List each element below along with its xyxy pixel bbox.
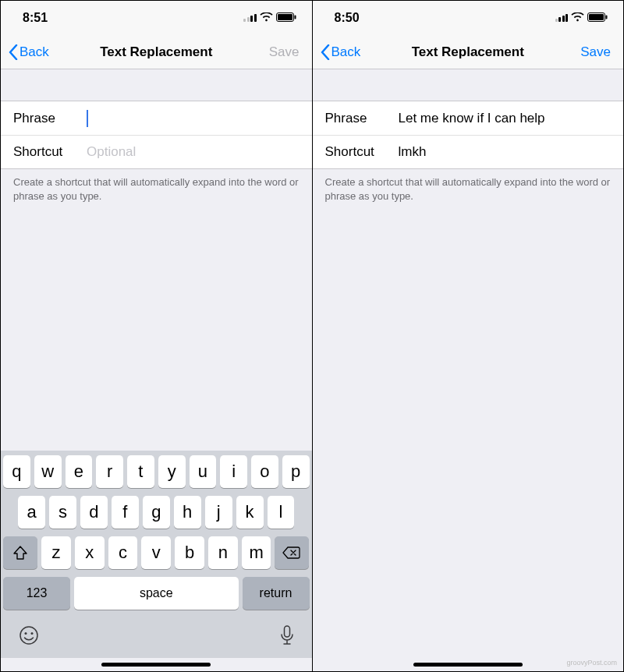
text-cursor: [87, 110, 88, 127]
key-k[interactable]: k: [236, 496, 264, 529]
home-indicator[interactable]: [101, 663, 211, 667]
phone-left: 8:51 Back Text Replacement Save: [1, 1, 313, 671]
key-y[interactable]: y: [158, 455, 186, 488]
key-x[interactable]: x: [75, 536, 105, 569]
phrase-label: Phrase: [13, 111, 87, 126]
svg-rect-2: [294, 16, 296, 19]
shortcut-input[interactable]: [399, 144, 612, 160]
chevron-left-icon: [321, 44, 330, 60]
key-t[interactable]: t: [127, 455, 154, 488]
keyboard-bottom: [3, 617, 310, 655]
nav-bar: Back Text Replacement Save: [313, 35, 624, 69]
phone-right: 8:50 Back Text Replacement Save: [313, 1, 624, 671]
mic-icon[interactable]: [280, 625, 294, 650]
key-f[interactable]: f: [112, 496, 139, 529]
section-spacer: [1, 69, 312, 101]
chevron-left-icon: [9, 44, 18, 60]
battery-icon: [587, 11, 608, 25]
key-u[interactable]: u: [190, 455, 217, 488]
key-r[interactable]: r: [96, 455, 123, 488]
key-l[interactable]: l: [268, 496, 295, 529]
key-p[interactable]: p: [282, 455, 310, 488]
battery-icon: [276, 11, 296, 25]
svg-rect-9: [606, 16, 608, 19]
keyboard-row-1: q w e r t y u i o p: [3, 455, 310, 488]
svg-point-4: [25, 632, 27, 635]
phrase-input[interactable]: [90, 111, 300, 126]
shortcut-label: Shortcut: [13, 144, 87, 160]
status-right: [555, 11, 608, 25]
status-bar: 8:51: [1, 1, 312, 35]
key-s[interactable]: s: [49, 496, 76, 529]
key-h[interactable]: h: [174, 496, 201, 529]
key-o[interactable]: o: [251, 455, 278, 488]
svg-rect-6: [284, 626, 289, 637]
svg-point-5: [31, 632, 34, 635]
key-e[interactable]: e: [66, 455, 93, 488]
svg-point-3: [20, 627, 37, 644]
phrase-label: Phrase: [325, 111, 399, 126]
shortcut-row[interactable]: Shortcut: [313, 135, 624, 169]
key-j[interactable]: j: [205, 496, 232, 529]
content-fill: [1, 203, 312, 451]
hint-text: Create a shortcut that will automaticall…: [1, 169, 312, 203]
home-indicator[interactable]: [413, 663, 523, 667]
key-i[interactable]: i: [220, 455, 247, 488]
back-button[interactable]: Back: [9, 44, 49, 60]
key-backspace[interactable]: [275, 536, 309, 569]
keyboard-row-3: z x c v b n m: [3, 536, 310, 569]
key-n[interactable]: n: [208, 536, 238, 569]
section-spacer: [313, 69, 624, 101]
svg-rect-8: [589, 14, 604, 20]
signal-icon: [243, 14, 257, 22]
nav-bar: Back Text Replacement Save: [1, 35, 312, 69]
key-shift[interactable]: [3, 536, 37, 569]
shortcut-row[interactable]: Shortcut: [1, 135, 312, 169]
status-right: [243, 11, 296, 25]
key-a[interactable]: a: [18, 496, 45, 529]
key-space[interactable]: space: [74, 577, 239, 610]
key-c[interactable]: c: [108, 536, 138, 569]
shift-icon: [12, 546, 28, 560]
status-bar: 8:50: [313, 1, 624, 35]
save-button[interactable]: Save: [269, 44, 304, 60]
wifi-icon: [571, 11, 584, 25]
emoji-icon[interactable]: [19, 625, 39, 650]
key-g[interactable]: g: [143, 496, 170, 529]
phrase-input-wrap[interactable]: [87, 110, 300, 127]
phrase-row[interactable]: Phrase: [1, 101, 312, 135]
key-m[interactable]: m: [242, 536, 271, 569]
wifi-icon: [260, 11, 273, 25]
back-label: Back: [332, 44, 361, 60]
hint-text: Create a shortcut that will automaticall…: [313, 169, 624, 203]
shortcut-input[interactable]: [87, 144, 300, 160]
shortcut-label: Shortcut: [325, 144, 399, 160]
svg-rect-1: [278, 14, 292, 20]
key-w[interactable]: w: [34, 455, 62, 488]
content-fill: [313, 203, 624, 658]
key-123[interactable]: 123: [3, 577, 70, 610]
watermark: groovyPost.com: [566, 659, 617, 667]
status-time: 8:51: [23, 11, 48, 25]
phrase-input[interactable]: [399, 111, 612, 126]
key-d[interactable]: d: [80, 496, 108, 529]
back-label: Back: [20, 44, 49, 60]
key-v[interactable]: v: [141, 536, 171, 569]
key-q[interactable]: q: [3, 455, 30, 488]
backspace-icon: [282, 546, 301, 560]
status-time: 8:50: [335, 11, 360, 25]
keyboard: q w e r t y u i o p a s d f g h j k l: [1, 451, 312, 658]
key-z[interactable]: z: [41, 536, 71, 569]
keyboard-row-4: 123 space return: [3, 577, 310, 610]
key-return[interactable]: return: [243, 577, 310, 610]
back-button[interactable]: Back: [321, 44, 361, 60]
phrase-row[interactable]: Phrase: [313, 101, 624, 135]
save-button[interactable]: Save: [580, 44, 615, 60]
signal-icon: [555, 14, 569, 22]
key-b[interactable]: b: [175, 536, 204, 569]
keyboard-row-2: a s d f g h j k l: [3, 496, 310, 529]
